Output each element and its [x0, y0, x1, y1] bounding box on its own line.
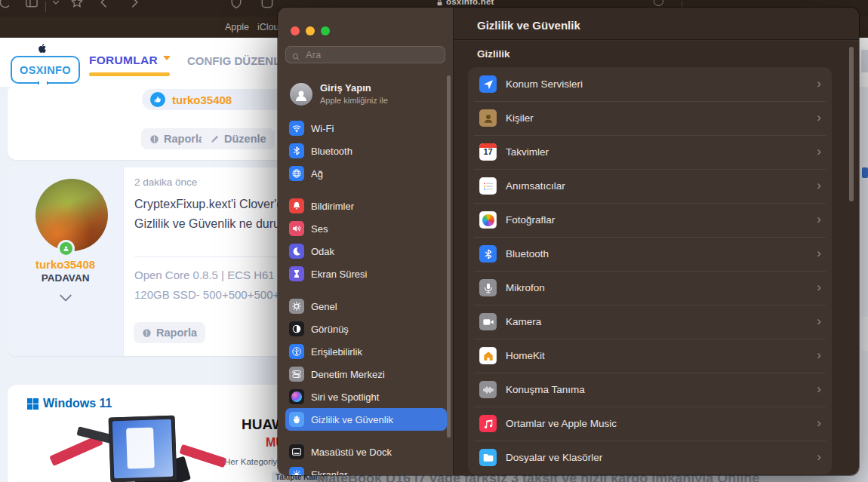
- extensions-icon[interactable]: [260, 0, 275, 10]
- privacy-row-label: Takvimler: [506, 146, 549, 158]
- photos-icon: [479, 211, 497, 229]
- avatar[interactable]: [35, 179, 108, 251]
- privacy-row-konum-servisleri[interactable]: Konum Servisleri›: [468, 67, 832, 101]
- privacy-row-konuşma-tanıma[interactable]: Konuşma Tanıma›: [468, 373, 832, 407]
- hourglass-icon: [289, 266, 304, 281]
- privacy-row-label: Kamera: [506, 316, 541, 327]
- privacy-row-ortamlar-ve-apple-music[interactable]: Ortamlar ve Apple Music›: [468, 407, 832, 441]
- sidebar-item-genel[interactable]: Genel: [285, 295, 447, 318]
- search-input[interactable]: [304, 48, 439, 61]
- post-author-name[interactable]: turko35408: [8, 258, 123, 271]
- chevron-right-icon: ›: [817, 77, 821, 90]
- toolbar-separator: [45, 2, 46, 12]
- sidebar-item-gizlilik-ve-güvenlik[interactable]: Gizlilik ve Güvenlik: [285, 408, 447, 431]
- chevron-right-icon: ›: [817, 281, 821, 293]
- sidebar-item-ekran-süresi[interactable]: Ekran Süresi: [285, 262, 447, 285]
- sidebar-group: GenelGörünüşErişilebilirlikDenetim Merke…: [278, 295, 453, 431]
- report-alert-icon: [142, 328, 152, 338]
- nav-link-apple[interactable]: Apple: [225, 22, 249, 32]
- sidebar-item-wi-fi[interactable]: Wi-Fi: [285, 117, 447, 140]
- shield-icon[interactable]: [229, 0, 244, 10]
- sidebar-item-label: Siri ve Spotlight: [311, 391, 379, 403]
- apple-id-signin[interactable]: Giriş Yapın Apple kimliğiniz ile: [278, 80, 453, 115]
- zoom-button[interactable]: [321, 26, 330, 35]
- tab-overview-icon[interactable]: [0, 0, 9, 10]
- brightness-icon: [289, 467, 304, 475]
- sidebar-scrollbar[interactable]: [447, 75, 451, 437]
- privacy-row-homekit[interactable]: HomeKit›: [468, 339, 832, 373]
- chevron-right-icon: ›: [817, 450, 821, 463]
- sidebar-group: Masaüstü ve DockEkranlar: [278, 441, 453, 475]
- sidebar-item-label: Genel: [311, 301, 337, 312]
- privacy-row-bluetooth[interactable]: Bluetooth›: [468, 237, 832, 271]
- privacy-section-title: Gizlilik: [477, 48, 510, 60]
- page-edge-fragment: [862, 167, 868, 178]
- sidebar-item-ekranlar[interactable]: Ekranlar: [285, 463, 447, 475]
- tab-forums[interactable]: FORUMLAR: [89, 54, 158, 67]
- hand-icon: [289, 412, 304, 427]
- forward-icon[interactable]: [127, 0, 142, 10]
- sidebar-item-ses[interactable]: Ses: [285, 217, 447, 240]
- minimize-button[interactable]: [306, 26, 315, 35]
- mic-icon: [479, 279, 497, 296]
- sidebar-item-bluetooth[interactable]: Bluetooth: [285, 140, 447, 162]
- active-tab-underline: [89, 72, 170, 76]
- privacy-row-fotoğraflar[interactable]: Fotoğraflar›: [468, 203, 832, 237]
- address-bar-title[interactable]: osxinfo.net: [446, 0, 494, 6]
- sidebar-item-denetim-merkezi[interactable]: Denetim Merkezi: [285, 363, 447, 385]
- contrast-icon: [289, 321, 304, 336]
- report-button[interactable]: Raporla: [134, 322, 205, 343]
- expand-chevron-icon[interactable]: [59, 292, 72, 301]
- sidebar-item-masaüstü-ve-dock[interactable]: Masaüstü ve Dock: [285, 441, 447, 463]
- panel-scrollbar[interactable]: [849, 47, 854, 201]
- privacy-row-kamera[interactable]: Kamera›: [468, 305, 832, 339]
- tab-config-editor[interactable]: CONFIG DÜZENLE: [187, 54, 288, 67]
- sidebar-item-görünüş[interactable]: Görünüş: [285, 318, 447, 340]
- settings-window: Giriş Yapın Apple kimliğiniz ile Wi-FiBl…: [278, 8, 859, 475]
- ad-tagline-text: Her Kategoriye: [224, 457, 282, 466]
- signature-line2: 120GB SSD- 500+500+500+3: [134, 288, 286, 301]
- chevron-right-icon: ›: [817, 382, 821, 395]
- privacy-row-mikrofon[interactable]: Mikrofon›: [468, 271, 832, 305]
- privacy-row-dosyalar-ve-klasörler[interactable]: Dosyalar ve Klasörler›: [468, 441, 832, 474]
- nav-link-icloud[interactable]: iCloud: [257, 22, 278, 32]
- privacy-row-label: Fotoğraflar: [506, 214, 555, 226]
- forums-caret-icon[interactable]: [163, 56, 171, 60]
- chevron-right-icon: ›: [817, 145, 821, 158]
- privacy-row-anımsatıcılar[interactable]: Anımsatıcılar›: [468, 169, 832, 203]
- privacy-row-label: Mikrofon: [506, 282, 545, 293]
- close-button[interactable]: [291, 26, 300, 35]
- chevron-right-icon: ›: [817, 111, 821, 124]
- chevron-down-icon[interactable]: [51, 0, 60, 7]
- post-timestamp[interactable]: 2 dakika önce: [134, 177, 197, 188]
- search-field[interactable]: [285, 46, 445, 63]
- speaker-icon: [289, 221, 304, 236]
- edit-button[interactable]: Düzenle: [202, 128, 275, 149]
- privacy-row-kişiler[interactable]: Kişiler›: [468, 101, 832, 135]
- sidebar-item-erişilebilirlik[interactable]: Erişilebilirlik: [285, 340, 447, 363]
- reload-icon[interactable]: [654, 0, 663, 6]
- privacy-row-takvimler[interactable]: 17Takvimler›: [468, 135, 832, 169]
- contacts-icon: [479, 109, 497, 127]
- wifi-icon: [289, 121, 304, 136]
- sidebar-item-ağ[interactable]: Ağ: [285, 162, 447, 185]
- sidebar-toggle-icon[interactable]: [24, 0, 39, 10]
- siri-orb-icon: [289, 389, 304, 404]
- accessibility-icon: [289, 344, 304, 359]
- site-logo[interactable]: OSXINFO: [11, 56, 80, 84]
- site-logo-text: OSXINFO: [20, 64, 71, 76]
- sidebar-item-odak[interactable]: Odak: [285, 240, 447, 262]
- camera-icon: [479, 313, 497, 330]
- ad-laptop-image: [109, 415, 177, 482]
- toggles-icon: [289, 367, 304, 382]
- back-icon[interactable]: [97, 0, 112, 10]
- sidebar-item-siri-ve-spotlight[interactable]: Siri ve Spotlight: [285, 385, 447, 408]
- music-icon: [479, 415, 497, 432]
- reaction-username[interactable]: turko35408: [172, 94, 232, 106]
- sidebar-item-label: Bildirimler: [311, 201, 354, 212]
- page-edge-fragment: [861, 50, 868, 72]
- privacy-row-label: Ortamlar ve Apple Music: [506, 418, 617, 429]
- sidebar-item-bildirimler[interactable]: Bildirimler: [285, 195, 447, 217]
- sidebar-item-label: Gizlilik ve Güvenlik: [311, 414, 393, 425]
- bookmark-star-icon[interactable]: [69, 0, 85, 10]
